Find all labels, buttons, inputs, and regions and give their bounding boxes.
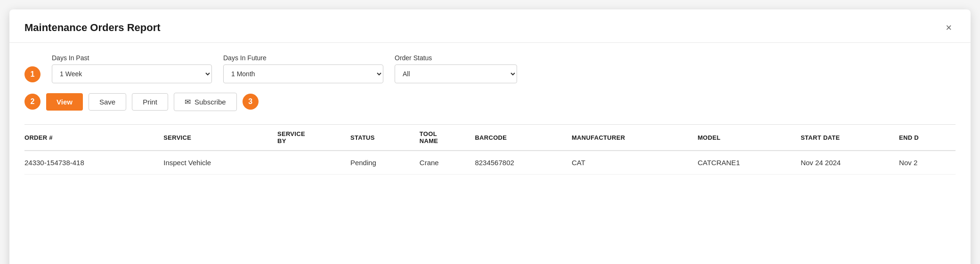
step-1-badge: 1: [24, 66, 40, 82]
col-manufacturer: MANUFACTURER: [572, 125, 698, 151]
days-in-future-label: Days In Future: [223, 54, 383, 62]
modal-header: Maintenance Orders Report ×: [9, 9, 971, 43]
cell-model: CATCRANE1: [697, 151, 801, 175]
col-model: MODEL: [697, 125, 801, 151]
subscribe-icon: ✉: [185, 97, 191, 106]
col-status: STATUS: [350, 125, 420, 151]
order-status-label: Order Status: [395, 54, 517, 62]
cell-order-number: 24330-154738-418: [24, 151, 163, 175]
cell-service: Inspect Vehicle: [163, 151, 277, 175]
subscribe-label: Subscribe: [194, 98, 226, 106]
print-button[interactable]: Print: [132, 93, 168, 111]
cell-manufacturer: CAT: [572, 151, 698, 175]
filters-selects: Days In Past 1 Day 3 Days 1 Week 2 Weeks…: [52, 54, 517, 83]
days-in-past-select[interactable]: 1 Day 3 Days 1 Week 2 Weeks 1 Month 3 Mo…: [52, 64, 212, 83]
table-container: ORDER # SERVICE SERVICEBY STATUS TOOLNAM…: [24, 124, 956, 175]
subscribe-button[interactable]: ✉ Subscribe: [174, 93, 237, 111]
close-button[interactable]: ×: [942, 21, 956, 35]
col-order-number: ORDER #: [24, 125, 163, 151]
view-button[interactable]: View: [46, 93, 83, 111]
days-in-future-select[interactable]: 1 Day 3 Days 1 Week 2 Weeks 1 Month 3 Mo…: [223, 64, 383, 83]
cell-end-date: Nov 2: [899, 151, 956, 175]
order-status-select[interactable]: All Pending In Progress Completed Cancel…: [395, 64, 517, 83]
cell-barcode: 8234567802: [475, 151, 572, 175]
filters-row: 1 Days In Past 1 Day 3 Days 1 Week 2 Wee…: [24, 54, 956, 83]
cell-status: Pending: [350, 151, 420, 175]
days-in-past-group: Days In Past 1 Day 3 Days 1 Week 2 Weeks…: [52, 54, 212, 83]
modal-title: Maintenance Orders Report: [24, 22, 161, 34]
col-tool-name: TOOLNAME: [420, 125, 475, 151]
col-service-by: SERVICEBY: [277, 125, 350, 151]
maintenance-orders-modal: Maintenance Orders Report × 1 Days In Pa…: [9, 9, 971, 264]
col-end-date: END D: [899, 125, 956, 151]
days-in-past-label: Days In Past: [52, 54, 212, 62]
col-start-date: START DATE: [801, 125, 899, 151]
report-table: ORDER # SERVICE SERVICEBY STATUS TOOLNAM…: [24, 124, 956, 175]
table-row: 24330-154738-418 Inspect Vehicle Pending…: [24, 151, 956, 175]
cell-service-by: [277, 151, 350, 175]
step-3-badge: 3: [243, 94, 259, 110]
order-status-group: Order Status All Pending In Progress Com…: [395, 54, 517, 83]
save-button[interactable]: Save: [89, 93, 126, 111]
cell-tool-name: Crane: [420, 151, 475, 175]
col-barcode: BARCODE: [475, 125, 572, 151]
modal-body: 1 Days In Past 1 Day 3 Days 1 Week 2 Wee…: [9, 43, 971, 186]
actions-row: 2 View Save Print ✉ Subscribe 3: [24, 93, 956, 111]
days-in-future-group: Days In Future 1 Day 3 Days 1 Week 2 Wee…: [223, 54, 383, 83]
cell-start-date: Nov 24 2024: [801, 151, 899, 175]
table-header-row: ORDER # SERVICE SERVICEBY STATUS TOOLNAM…: [24, 125, 956, 151]
col-service: SERVICE: [163, 125, 277, 151]
step-2-badge: 2: [24, 94, 40, 110]
